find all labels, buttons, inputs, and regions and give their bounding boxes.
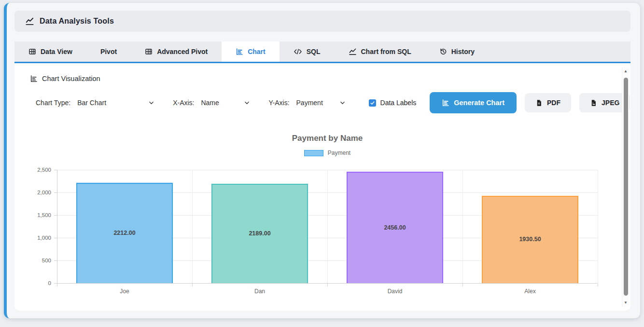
chart-controls: Chart Type: Bar Chart X-Axis: Name Y-Axi… xyxy=(14,92,630,113)
bar-chart-plot: 05001,0001,5002,0002,5002212.00Joe2189.0… xyxy=(57,170,598,283)
gridline-vertical xyxy=(598,170,598,283)
x-axis-label: X-Axis: xyxy=(173,99,194,107)
bar-data-label: 2189.00 xyxy=(249,230,270,237)
data-labels-toggle: Data Labels xyxy=(369,99,417,107)
scrollbar-thumb[interactable] xyxy=(624,78,628,296)
y-axis-line xyxy=(57,170,57,283)
y-axis-select[interactable]: Payment xyxy=(296,99,346,107)
y-axis-value: Payment xyxy=(296,99,323,107)
data-labels-label: Data Labels xyxy=(380,99,417,107)
y-axis-tick-label: 0 xyxy=(48,280,51,286)
y-axis-tick-label: 500 xyxy=(42,258,51,263)
x-axis-tick xyxy=(327,284,328,286)
tab-label: SQL xyxy=(307,48,321,55)
chart-type-select[interactable]: Bar Chart xyxy=(77,99,154,107)
data-analysis-card: Data Analysis Tools Data ViewPivotAdvanc… xyxy=(4,3,640,318)
x-axis-tick xyxy=(57,284,57,286)
file-pdf-icon xyxy=(535,99,543,107)
table-icon xyxy=(145,48,153,55)
y-axis-tick-label: 1,000 xyxy=(37,235,51,241)
bar-data-label: 1930.50 xyxy=(519,236,541,243)
table-icon xyxy=(28,48,36,55)
tab-chart[interactable]: Chart xyxy=(222,41,280,62)
tab-sql[interactable]: SQL xyxy=(280,41,335,62)
bar-chart-icon xyxy=(236,48,243,55)
data-labels-checkbox[interactable] xyxy=(369,99,376,107)
tab-label: Data View xyxy=(41,48,72,55)
x-axis-tick xyxy=(598,284,598,286)
section-title: Chart Visualization xyxy=(42,75,100,82)
x-axis-tick xyxy=(192,284,193,286)
history-icon xyxy=(439,48,447,55)
export-pdf-button[interactable]: PDF xyxy=(525,93,571,112)
code-icon xyxy=(294,48,302,55)
vertical-scrollbar[interactable]: ▲ ▼ xyxy=(622,67,629,307)
app-header: Data Analysis Tools xyxy=(14,11,630,32)
y-axis-tick-label: 2,000 xyxy=(37,190,51,195)
y-axis-label: Y-Axis: xyxy=(268,99,289,107)
tab-label: History xyxy=(451,48,475,55)
tab-label: Chart from SQL xyxy=(361,48,411,55)
chevron-down-icon xyxy=(148,100,154,106)
x-axis-category-label: Joe xyxy=(120,288,129,295)
tab-label: Advanced Pivot xyxy=(157,48,208,55)
tab-bar: Data ViewPivotAdvanced PivotChartSQLChar… xyxy=(14,41,630,63)
y-axis-tick-label: 2,500 xyxy=(37,167,51,173)
tab-advanced-pivot[interactable]: Advanced Pivot xyxy=(131,41,222,62)
x-axis-category-label: Dan xyxy=(254,288,265,295)
x-axis-tick xyxy=(462,284,463,286)
x-axis-category-label: David xyxy=(388,288,403,295)
gridline-vertical xyxy=(192,170,193,283)
line-chart-icon xyxy=(349,48,357,56)
app-title: Data Analysis Tools xyxy=(40,17,114,26)
x-axis-value: Name xyxy=(201,99,219,107)
legend-label: Payment xyxy=(328,150,350,156)
tab-pivot[interactable]: Pivot xyxy=(86,41,131,62)
chevron-down-icon xyxy=(339,100,346,106)
y-axis-tick-label: 1,500 xyxy=(37,212,51,218)
export-jpeg-label: JPEG xyxy=(602,99,619,107)
bar-data-label: 2212.00 xyxy=(113,230,135,236)
bar-data-label: 2456.00 xyxy=(384,224,406,231)
tab-chart-from-sql[interactable]: Chart from SQL xyxy=(335,41,425,62)
bar-chart-icon xyxy=(30,75,38,82)
file-image-icon xyxy=(590,99,597,107)
chart-type-label: Chart Type: xyxy=(36,99,70,107)
scroll-down-arrow[interactable]: ▼ xyxy=(622,300,629,305)
generate-chart-label: Generate Chart xyxy=(454,99,504,107)
line-chart-icon xyxy=(25,17,34,26)
scroll-up-arrow[interactable]: ▲ xyxy=(622,69,629,73)
x-axis-category-label: Alex xyxy=(524,288,535,295)
export-pdf-label: PDF xyxy=(547,99,560,107)
chart-title: Payment by Name xyxy=(57,134,598,143)
tab-content-panel: Chart Visualization Chart Type: Bar Char… xyxy=(14,63,630,311)
x-axis-line xyxy=(57,283,598,284)
x-axis-select[interactable]: Name xyxy=(201,99,250,107)
tab-label: Chart xyxy=(248,48,266,55)
tab-data-view[interactable]: Data View xyxy=(14,41,86,62)
legend-swatch xyxy=(304,150,323,156)
chart-legend[interactable]: Payment xyxy=(57,150,598,156)
chart-type-value: Bar Chart xyxy=(77,99,106,107)
generate-chart-button[interactable]: Generate Chart xyxy=(430,92,517,113)
tab-history[interactable]: History xyxy=(425,41,489,62)
gridline-vertical xyxy=(462,170,463,283)
section-header: Chart Visualization xyxy=(14,63,630,82)
chevron-down-icon xyxy=(244,100,250,106)
gridline-vertical xyxy=(327,170,328,283)
tab-label: Pivot xyxy=(100,48,117,55)
bar-chart-icon xyxy=(442,99,449,107)
